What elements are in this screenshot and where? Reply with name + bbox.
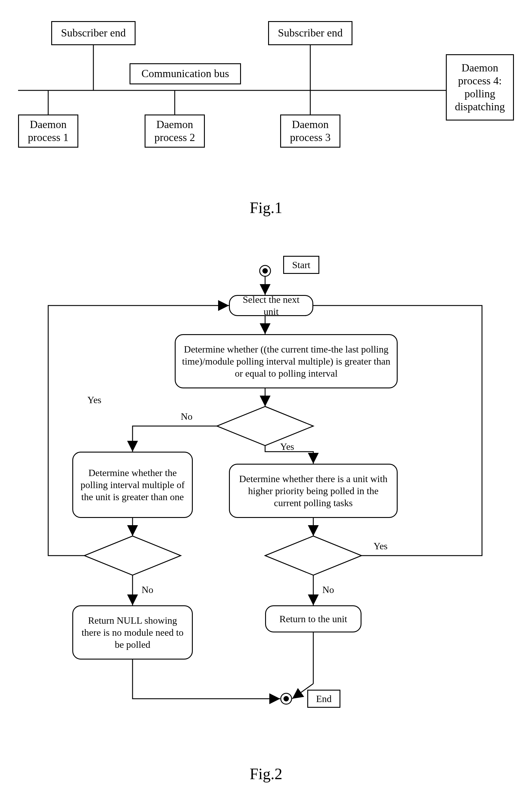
d3-yes-label: Yes xyxy=(374,540,388,552)
daemon-process-2: Daemon process 2 xyxy=(144,115,205,148)
fig2-caption: Fig.2 xyxy=(18,765,514,783)
d1-yes-label: Yes xyxy=(280,441,294,452)
check-interval-label: Determine whether ((the current time-the… xyxy=(180,343,393,379)
communication-bus-label: Communication bus xyxy=(142,67,229,80)
check-multiple: Determine whether the polling interval m… xyxy=(72,452,193,518)
svg-point-8 xyxy=(262,268,268,274)
return-unit: Return to the unit xyxy=(265,605,361,633)
end-label: End xyxy=(316,693,332,704)
d2-no-label: No xyxy=(142,584,153,596)
return-null: Return NULL showing there is no module n… xyxy=(72,605,193,659)
d3-no-label: No xyxy=(322,584,334,596)
return-null-label: Return NULL showing there is no module n… xyxy=(78,614,188,651)
select-next-unit: Select the next unit xyxy=(229,295,313,316)
subscriber-end-1: Subscriber end xyxy=(51,21,136,45)
daemon1-label: Daemon process 1 xyxy=(22,118,74,144)
check-priority: Determine whether there is a unit with h… xyxy=(229,464,398,518)
daemon-process-4: Daemon process 4: polling dispatching xyxy=(446,54,514,121)
check-multiple-label: Determine whether the polling interval m… xyxy=(78,467,188,503)
daemon-process-3: Daemon process 3 xyxy=(280,115,340,148)
svg-marker-17 xyxy=(265,536,361,575)
daemon3-label: Daemon process 3 xyxy=(284,118,337,144)
subscriber-end-2-label: Subscriber end xyxy=(278,27,343,39)
start-box: Start xyxy=(283,256,319,274)
subscriber-end-1-label: Subscriber end xyxy=(61,27,126,39)
svg-marker-14 xyxy=(84,536,181,575)
check-interval: Determine whether ((the current time-the… xyxy=(175,334,398,389)
d2-yes-label: Yes xyxy=(87,394,102,406)
svg-point-21 xyxy=(284,696,289,702)
daemon2-label: Daemon process 2 xyxy=(149,118,201,144)
daemon-process-1: Daemon process 1 xyxy=(18,115,78,148)
start-label: Start xyxy=(292,259,310,271)
end-box: End xyxy=(307,690,340,708)
select-next-label: Select the next unit xyxy=(234,293,308,317)
svg-marker-12 xyxy=(217,407,313,446)
daemon4-label: Daemon process 4: polling dispatching xyxy=(450,62,510,114)
return-unit-label: Return to the unit xyxy=(279,613,347,625)
d1-no-label: No xyxy=(181,411,192,422)
subscriber-end-2: Subscriber end xyxy=(268,21,353,45)
fig1-caption: Fig.1 xyxy=(18,199,514,217)
communication-bus: Communication bus xyxy=(130,63,241,84)
check-priority-label: Determine whether there is a unit with h… xyxy=(234,473,393,509)
